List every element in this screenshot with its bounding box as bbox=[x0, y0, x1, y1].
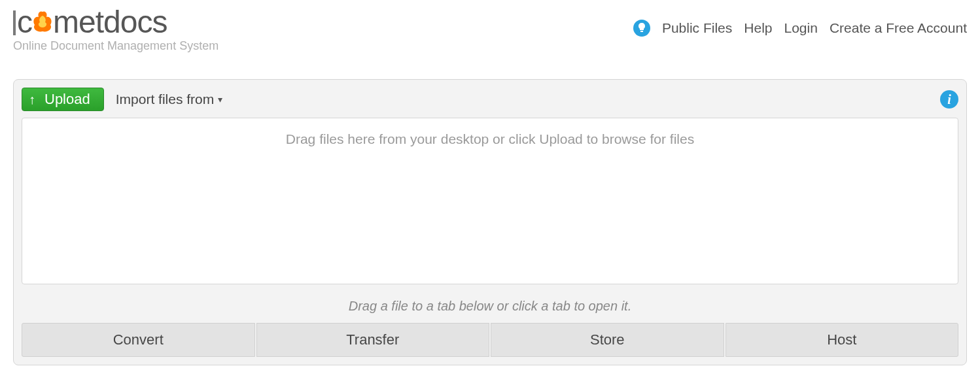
chevron-down-icon: ▾ bbox=[218, 94, 222, 105]
info-icon[interactable]: i bbox=[940, 90, 958, 109]
import-files-dropdown[interactable]: Import files from ▾ bbox=[116, 92, 223, 107]
tabs-hint: Drag a file to a tab below or click a ta… bbox=[22, 299, 958, 314]
header: c metdocs Online Document Management Sys… bbox=[0, 0, 980, 66]
upload-arrow-icon: ↑ bbox=[29, 92, 35, 107]
nav-create-account[interactable]: Create a Free Account bbox=[830, 20, 967, 36]
tab-host[interactable]: Host bbox=[726, 323, 959, 357]
import-dropdown-label: Import files from bbox=[116, 92, 215, 107]
logo-tagline: Online Document Management System bbox=[13, 39, 219, 53]
upload-button[interactable]: ↑ Upload bbox=[22, 88, 104, 111]
lightbulb-icon[interactable] bbox=[633, 20, 650, 37]
file-dropzone[interactable]: Drag files here from your desktop or cli… bbox=[22, 118, 958, 284]
nav-login[interactable]: Login bbox=[784, 20, 817, 36]
logo-suffix: metdocs bbox=[53, 7, 167, 38]
logo-text: c metdocs bbox=[13, 7, 219, 38]
nav-help[interactable]: Help bbox=[744, 20, 772, 36]
tab-store[interactable]: Store bbox=[491, 323, 724, 357]
upload-button-label: Upload bbox=[44, 91, 90, 108]
logo-prefix: c bbox=[17, 7, 32, 38]
dropzone-placeholder: Drag files here from your desktop or cli… bbox=[286, 131, 694, 146]
action-tabs: Convert Transfer Store Host bbox=[22, 323, 958, 357]
flame-icon bbox=[31, 7, 54, 30]
main-panel: ↑ Upload Import files from ▾ i Drag file… bbox=[13, 79, 967, 365]
tab-convert[interactable]: Convert bbox=[22, 323, 255, 357]
toolbar: ↑ Upload Import files from ▾ i bbox=[22, 88, 958, 111]
nav-public-files[interactable]: Public Files bbox=[662, 20, 732, 36]
top-nav: Public Files Help Login Create a Free Ac… bbox=[633, 7, 967, 37]
logo[interactable]: c metdocs Online Document Management Sys… bbox=[13, 7, 219, 53]
tab-transfer[interactable]: Transfer bbox=[256, 323, 490, 357]
